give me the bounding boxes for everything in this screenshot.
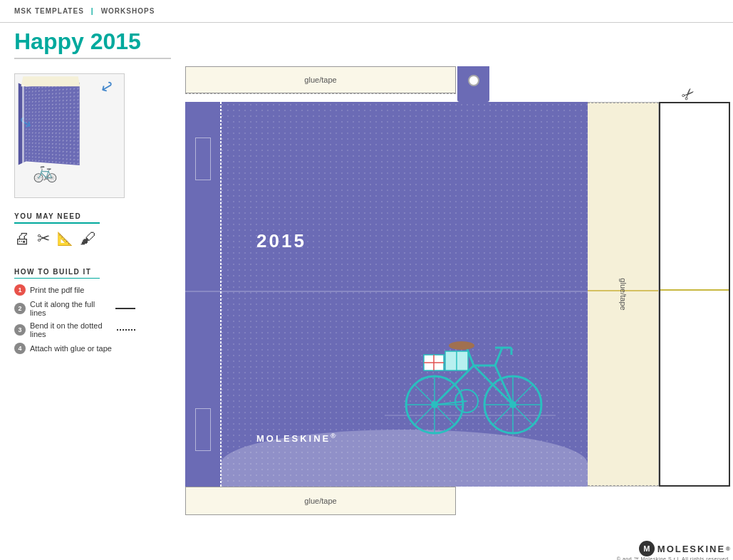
svg-line-13 xyxy=(435,365,474,405)
thumbnail-preview: ↩ ↪ 🚲 xyxy=(14,73,125,198)
step-3-num: 3 xyxy=(14,324,26,336)
top-glue-strip: glue/tape xyxy=(185,66,456,93)
nav-divider: | xyxy=(91,7,94,15)
glue-icon: 🖌 xyxy=(80,229,95,248)
moleskine-brand: MOLESKINE® xyxy=(256,432,338,444)
step-4-text: Attach with glue or tape xyxy=(30,344,112,353)
right-glue-label: glue/tape xyxy=(619,278,628,310)
svg-point-18 xyxy=(449,341,474,350)
you-may-need-section: YOU MAY NEED 🖨 ✂ 📐 🖌 xyxy=(14,205,135,255)
scissors-icon: ✂ xyxy=(677,83,699,105)
bottom-glue-label: glue/tape xyxy=(304,497,336,505)
elastic-hole xyxy=(468,75,479,86)
instruction-list: 1 Print the pdf file 2 Cut it along the … xyxy=(14,284,135,354)
moleskine-logo-circle: M xyxy=(639,541,655,556)
you-may-need-underline xyxy=(14,222,100,224)
far-right-elastic xyxy=(660,289,729,291)
template-container: glue/tape 2015 xyxy=(150,66,733,560)
bike-illustration xyxy=(385,301,556,444)
top-dashed-line xyxy=(185,93,456,94)
dotted-line-icon xyxy=(117,329,135,331)
solid-line-icon xyxy=(115,308,135,309)
step-2-num: 2 xyxy=(14,303,26,314)
nav-workshops[interactable]: WORKSHOPS xyxy=(101,7,155,15)
left-panel: ↩ ↪ 🚲 YOU MAY NEED 🖨 ✂ 📐 🖌 xyxy=(0,66,150,560)
bottom-brand-suffix: ® xyxy=(726,546,730,552)
how-to-build-underline xyxy=(14,278,100,279)
right-cream-flap: glue/tape xyxy=(588,102,659,487)
flap-dashed-top xyxy=(588,103,659,103)
how-to-build-section: HOW TO BUILD IT 1 Print the pdf file 2 C… xyxy=(14,262,135,355)
step-3-text: Bend it on the dotted lines xyxy=(30,321,110,338)
title-underline xyxy=(14,58,171,59)
center-fold-line xyxy=(221,102,222,487)
bottom-moleskine-logo: M MOLESKINE® © and ™ Moleskine S.r.l. Al… xyxy=(617,541,730,560)
step-1-num: 1 xyxy=(14,284,26,296)
book-cover: 2015 xyxy=(185,102,588,487)
step-2-text: Cut it along the full lines xyxy=(30,300,108,317)
arrow-top-icon: ↩ xyxy=(97,76,118,98)
spine-area xyxy=(185,102,221,487)
svg-line-19 xyxy=(495,348,502,365)
far-right-panel: ✂ xyxy=(659,102,730,487)
step-2-item: 2 Cut it along the full lines xyxy=(14,300,135,317)
step-4-num: 4 xyxy=(14,343,26,354)
flap-dashed-bottom xyxy=(588,485,659,486)
step-3-item: 3 Bend it on the dotted lines xyxy=(14,321,135,338)
svg-line-16 xyxy=(495,365,513,405)
header: MSK TEMPLATES | WORKSHOPS xyxy=(0,0,733,23)
tools-row: 🖨 ✂ 📐 🖌 xyxy=(14,229,135,248)
step-1-item: 1 Print the pdf file xyxy=(14,284,135,296)
bottom-copyright: © and ™ Moleskine S.r.l. All rights rese… xyxy=(617,556,730,560)
page-title: Happy 2015 xyxy=(0,23,733,58)
year-text: 2015 xyxy=(256,230,306,252)
right-panel: glue/tape 2015 xyxy=(150,66,733,560)
you-may-need-title: YOU MAY NEED xyxy=(14,212,135,220)
top-connector-tab xyxy=(457,66,489,102)
how-to-build-title: HOW TO BUILD IT xyxy=(14,268,135,276)
thumb-top-flap xyxy=(21,76,80,86)
step-1-text: Print the pdf file xyxy=(30,286,84,294)
svg-line-14 xyxy=(474,365,513,405)
elastic-band-horizontal xyxy=(185,291,588,292)
step-4-item: 4 Attach with glue or tape xyxy=(14,343,135,354)
ruler-icon: 📐 xyxy=(57,231,73,247)
spine-rect-top xyxy=(195,138,211,180)
thumb-cover xyxy=(24,83,79,165)
nav-bar: MSK TEMPLATES | WORKSHOPS xyxy=(14,7,155,15)
nav-msk-templates[interactable]: MSK TEMPLATES xyxy=(14,7,84,15)
spine-rect-bottom xyxy=(195,408,211,451)
main-content: ↩ ↪ 🚲 YOU MAY NEED 🖨 ✂ 📐 🖌 xyxy=(0,66,733,560)
bottom-brand-text: MOLESKINE xyxy=(657,544,725,554)
thumb-bike-icon: 🚲 xyxy=(33,160,58,183)
printer-icon: 🖨 xyxy=(14,229,30,248)
scissors-tool-icon: ✂ xyxy=(37,229,50,248)
bottom-glue-strip: glue/tape xyxy=(185,487,456,515)
top-glue-label: glue/tape xyxy=(304,76,336,84)
